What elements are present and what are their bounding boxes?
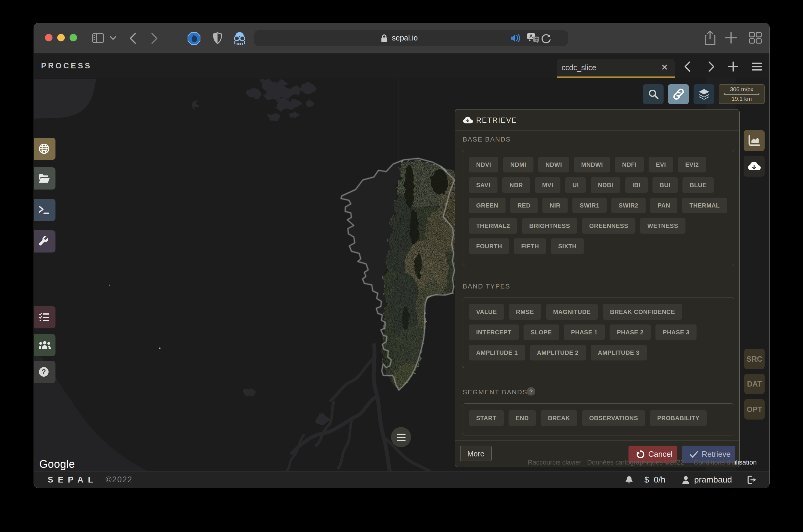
svg-text:A: A — [529, 34, 533, 39]
svg-text:?: ? — [42, 368, 46, 376]
svg-text:文: 文 — [534, 37, 538, 42]
svg-text:?: ? — [529, 388, 533, 395]
